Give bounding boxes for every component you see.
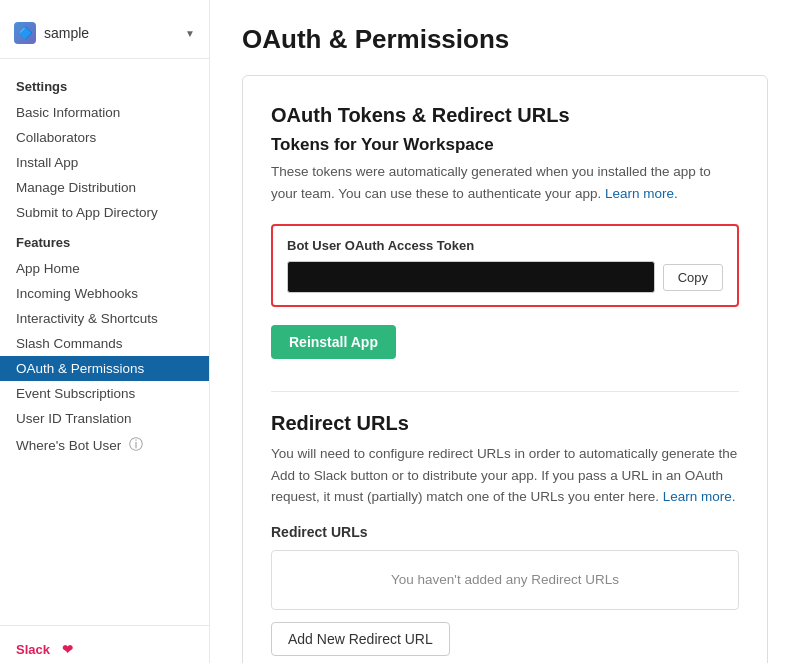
sidebar-item-basic-information[interactable]: Basic Information xyxy=(0,100,209,125)
token-input-row: Copy xyxy=(287,261,723,293)
sidebar-item-wheres-bot-user[interactable]: Where's Bot User ⓘ xyxy=(0,431,209,459)
sidebar-item-label: Event Subscriptions xyxy=(16,386,135,401)
sidebar-item-event-subscriptions[interactable]: Event Subscriptions xyxy=(0,381,209,406)
sidebar: 🔷 sample ▼ Settings Basic Information Co… xyxy=(0,0,210,663)
redirect-learn-more-link[interactable]: Learn more. xyxy=(663,489,736,504)
heart-icon: ❤ xyxy=(62,642,73,657)
sidebar-footer: Slack ❤ Help Contact Policies Our Blog xyxy=(0,625,209,663)
redirect-urls-box: You haven't added any Redirect URLs xyxy=(271,550,739,610)
sidebar-item-incoming-webhooks[interactable]: Incoming Webhooks xyxy=(0,281,209,306)
help-circle-icon: ⓘ xyxy=(129,436,143,454)
token-label: Bot User OAuth Access Token xyxy=(287,238,723,253)
sidebar-item-user-id-translation[interactable]: User ID Translation xyxy=(0,406,209,431)
sidebar-item-interactivity-shortcuts[interactable]: Interactivity & Shortcuts xyxy=(0,306,209,331)
sidebar-item-label: Install App xyxy=(16,155,78,170)
oauth-tokens-section-title: OAuth Tokens & Redirect URLs xyxy=(271,104,739,127)
redirect-empty-text: You haven't added any Redirect URLs xyxy=(375,556,635,603)
sidebar-item-label: Where's Bot User xyxy=(16,438,121,453)
dropdown-arrow-icon: ▼ xyxy=(185,28,195,39)
sidebar-item-slash-commands[interactable]: Slash Commands xyxy=(0,331,209,356)
reinstall-app-button[interactable]: Reinstall App xyxy=(271,325,396,359)
page-title: OAuth & Permissions xyxy=(242,24,768,55)
app-name-label: sample xyxy=(44,25,177,41)
sidebar-item-oauth-permissions[interactable]: OAuth & Permissions xyxy=(0,356,209,381)
sidebar-item-label: Interactivity & Shortcuts xyxy=(16,311,158,326)
workspace-tokens-desc: These tokens were automatically generate… xyxy=(271,161,739,204)
sidebar-item-label: App Home xyxy=(16,261,80,276)
add-redirect-url-button[interactable]: Add New Redirect URL xyxy=(271,622,450,656)
sidebar-item-app-home[interactable]: App Home xyxy=(0,256,209,281)
sidebar-item-label: Incoming Webhooks xyxy=(16,286,138,301)
sidebar-item-label: Submit to App Directory xyxy=(16,205,158,220)
workspace-learn-more-link[interactable]: Learn more. xyxy=(605,186,678,201)
sidebar-item-collaborators[interactable]: Collaborators xyxy=(0,125,209,150)
redirect-urls-label: Redirect URLs xyxy=(271,524,739,540)
token-box: Bot User OAuth Access Token Copy xyxy=(271,224,739,307)
token-value-display xyxy=(287,261,655,293)
app-selector[interactable]: 🔷 sample ▼ xyxy=(0,16,209,59)
redirect-urls-title: Redirect URLs xyxy=(271,412,739,435)
oauth-card: OAuth Tokens & Redirect URLs Tokens for … xyxy=(242,75,768,663)
sidebar-item-install-app[interactable]: Install App xyxy=(0,150,209,175)
main-content: OAuth & Permissions OAuth Tokens & Redir… xyxy=(210,0,800,663)
section-divider xyxy=(271,391,739,392)
settings-section-label: Settings xyxy=(0,69,209,100)
features-section-label: Features xyxy=(0,225,209,256)
sidebar-item-label: OAuth & Permissions xyxy=(16,361,144,376)
workspace-tokens-title: Tokens for Your Workspace xyxy=(271,135,739,155)
sidebar-item-label: Slash Commands xyxy=(16,336,123,351)
sidebar-item-manage-distribution[interactable]: Manage Distribution xyxy=(0,175,209,200)
copy-token-button[interactable]: Copy xyxy=(663,264,723,291)
redirect-desc: You will need to configure redirect URLs… xyxy=(271,443,739,508)
sidebar-item-submit-to-app-directory[interactable]: Submit to App Directory xyxy=(0,200,209,225)
sidebar-item-label: Collaborators xyxy=(16,130,96,145)
sidebar-item-label: Basic Information xyxy=(16,105,120,120)
app-icon: 🔷 xyxy=(14,22,36,44)
sidebar-item-label: Manage Distribution xyxy=(16,180,136,195)
sidebar-item-label: User ID Translation xyxy=(16,411,132,426)
slack-brand-label: Slack ❤ xyxy=(16,642,193,657)
